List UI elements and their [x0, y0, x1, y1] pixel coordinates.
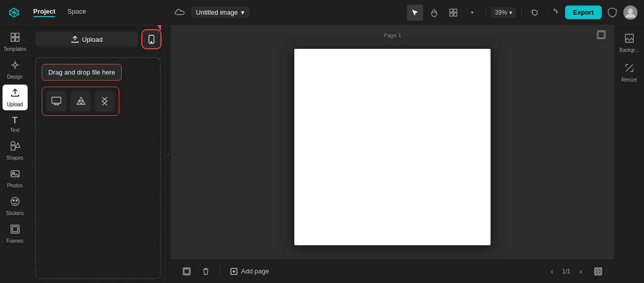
upload-panel: Upload — [30, 25, 166, 283]
page-label: Page 1 — [384, 32, 401, 38]
svg-rect-25 — [598, 32, 604, 38]
undo-button[interactable] — [527, 5, 543, 21]
panel-top: Upload — [30, 25, 166, 53]
svg-point-15 — [11, 197, 19, 205]
sidebar-item-shapes[interactable]: Shapes — [3, 138, 28, 164]
divider2 — [521, 8, 522, 18]
drop-zone[interactable]: Drag and drop file here — [35, 57, 160, 279]
nav-space[interactable]: Space — [62, 6, 91, 19]
select-tool-button[interactable] — [407, 5, 423, 21]
bottom-divider — [219, 266, 220, 276]
google-drive-source-button[interactable] — [70, 91, 91, 111]
resize-icon — [624, 63, 634, 76]
page-options-icon[interactable] — [597, 30, 606, 41]
templates-icon — [10, 32, 20, 45]
document-title-button[interactable]: Untitled image ▾ — [191, 7, 250, 18]
hand-tool-button[interactable] — [426, 5, 442, 21]
delete-button[interactable] — [198, 264, 213, 279]
page-counter: 1/1 — [562, 268, 571, 275]
canvas-scroll[interactable]: Page 1 — [171, 25, 614, 259]
frames-icon — [10, 224, 20, 237]
svg-rect-8 — [11, 38, 15, 41]
svg-rect-0 — [450, 9, 453, 12]
frame-select-button[interactable] — [179, 264, 194, 279]
shield-icon[interactable] — [605, 5, 620, 20]
zoom-control[interactable]: 39% ▾ — [491, 7, 516, 18]
frames-label: Frames — [7, 238, 24, 244]
svg-rect-32 — [596, 272, 598, 274]
add-page-button[interactable]: Add page — [226, 265, 273, 277]
app-logo[interactable] — [6, 5, 22, 21]
icon-sidebar: Templates Design Upload T Text — [0, 25, 30, 283]
design-label: Design — [7, 74, 23, 80]
sidebar-item-photos[interactable]: Photos — [3, 166, 28, 191]
add-page-label: Add page — [241, 267, 269, 275]
divider — [486, 8, 486, 18]
export-button[interactable]: Export — [565, 6, 602, 19]
svg-rect-23 — [52, 97, 61, 103]
resize-panel-button[interactable]: Resize — [617, 60, 642, 86]
canvas-area: Page 1 — [171, 25, 614, 283]
panel-collapse-handle[interactable]: ‹ — [166, 25, 171, 283]
background-panel-button[interactable]: Backgr... — [617, 30, 642, 56]
resize-label: Resize — [621, 77, 637, 83]
text-label: Text — [10, 127, 19, 133]
canvas-page[interactable] — [294, 49, 491, 245]
zoom-chevron-icon: ▾ — [509, 9, 512, 16]
photos-label: Photos — [7, 183, 23, 188]
svg-point-17 — [16, 200, 17, 201]
svg-rect-6 — [11, 33, 15, 37]
main-layout: Templates Design Upload T Text — [0, 25, 644, 283]
design-icon — [10, 60, 20, 73]
topbar-center: Untitled image ▾ — [172, 5, 250, 20]
cloud-save-button[interactable] — [172, 5, 187, 20]
stickers-label: Stickers — [6, 210, 24, 216]
svg-rect-7 — [16, 33, 19, 37]
collapse-icon: ‹ — [168, 152, 169, 157]
nav-project[interactable]: Project — [28, 6, 60, 19]
sidebar-item-text[interactable]: T Text — [3, 112, 28, 136]
svg-rect-31 — [599, 269, 601, 271]
title-chevron-icon: ▾ — [241, 9, 245, 16]
upload-main-button[interactable]: Upload — [35, 31, 138, 47]
upload-label: Upload — [7, 102, 23, 107]
bottom-bar: Add page ‹ 1/1 › — [171, 259, 614, 283]
sidebar-item-stickers[interactable]: Stickers — [3, 193, 28, 219]
layout-view-button[interactable] — [591, 264, 606, 279]
drop-zone-source-icons — [42, 87, 119, 116]
svg-rect-34 — [625, 34, 633, 42]
upload-button-label: Upload — [82, 36, 103, 43]
topbar-nav: Project Space — [28, 6, 91, 19]
svg-rect-3 — [454, 13, 457, 16]
next-page-button[interactable]: › — [574, 264, 588, 278]
svg-rect-9 — [16, 38, 19, 41]
svg-point-16 — [13, 200, 14, 201]
sidebar-item-templates[interactable]: Templates — [3, 29, 28, 55]
svg-point-21 — [151, 42, 152, 43]
avatar[interactable] — [623, 5, 638, 20]
svg-point-5 — [628, 9, 633, 14]
svg-point-10 — [14, 63, 17, 66]
text-icon: T — [12, 115, 18, 126]
svg-rect-33 — [599, 272, 601, 274]
computer-source-button[interactable] — [46, 91, 66, 111]
prev-page-button[interactable]: ‹ — [545, 264, 559, 278]
phone-button[interactable] — [142, 30, 160, 48]
avatar-circle — [623, 6, 637, 20]
shapes-label: Shapes — [7, 155, 24, 161]
document-title: Untitled image — [196, 9, 238, 16]
stickers-icon — [10, 196, 20, 209]
svg-rect-30 — [596, 269, 598, 271]
frame-tool-button[interactable] — [445, 5, 461, 21]
sidebar-item-upload[interactable]: Upload — [3, 85, 28, 110]
background-icon — [624, 33, 634, 46]
sidebar-item-design[interactable]: Design — [3, 57, 28, 83]
background-label: Backgr... — [619, 47, 639, 53]
drop-zone-label: Drag and drop file here — [42, 64, 122, 81]
upload-icon — [10, 88, 20, 100]
redo-button[interactable] — [546, 5, 562, 21]
shapes-icon — [10, 141, 20, 154]
sidebar-item-frames[interactable]: Frames — [3, 221, 28, 247]
dropbox-source-button[interactable] — [95, 91, 115, 111]
frame-chevron-icon[interactable]: ▾ — [464, 5, 480, 21]
